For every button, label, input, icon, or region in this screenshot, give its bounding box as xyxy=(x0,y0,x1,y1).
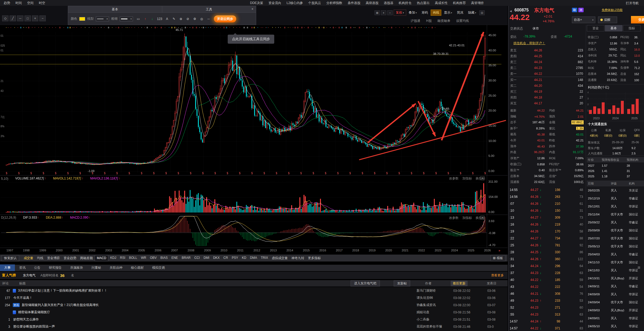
enter-stock-bar-button[interactable]: 进入东方电气吧 xyxy=(351,280,380,287)
eye-icon[interactable]: ◎ xyxy=(198,16,205,22)
menu-item[interactable]: 个股风云 xyxy=(306,1,324,5)
cloud-sync-button[interactable]: 开启云同步 xyxy=(214,15,236,22)
rating-row[interactable]: 24/09/11买入华鑫证 xyxy=(587,282,644,290)
indicator-tab[interactable]: OBV xyxy=(148,255,159,261)
indicator-tab[interactable]: CR xyxy=(222,255,230,261)
bottom-tab[interactable]: 研究报告 xyxy=(45,264,66,271)
brief-button[interactable]: 简况 xyxy=(455,10,466,16)
author-link[interactable]: 小二犇淼 xyxy=(417,317,453,322)
close-icon[interactable]: × xyxy=(480,216,484,220)
chips-button[interactable]: 筹码 xyxy=(419,10,430,16)
move-tool-icon[interactable]: ◇ xyxy=(2,15,9,21)
dash-icon[interactable]: ─ xyxy=(205,16,212,22)
indicator-tab[interactable]: MACD xyxy=(95,255,108,261)
open-navigation-button[interactable]: 打开导航 xyxy=(626,1,639,6)
market-link[interactable]: 沪股通 xyxy=(411,19,420,23)
indicator-tab[interactable]: 两融差额 xyxy=(78,255,95,261)
bottom-tab[interactable]: 核心题材 xyxy=(127,264,148,271)
post-title[interactable]: 那位要诊断股票的跟我说一声 xyxy=(13,324,417,329)
number-tool-icon[interactable]: 123 xyxy=(156,16,163,22)
close-icon[interactable]: × xyxy=(480,176,484,180)
bottom-tab[interactable]: 问董秘 xyxy=(87,264,105,271)
post-title[interactable]: 今天不追高！ xyxy=(13,296,417,300)
orderbook-row[interactable]: 卖四44.25414 xyxy=(508,53,586,59)
template-button[interactable]: ⊞模板 xyxy=(491,255,505,261)
toolbox-tab-tools[interactable]: 工具 xyxy=(162,6,256,13)
pane-control-link[interactable]: 加指标 xyxy=(462,216,472,220)
add-watchlist-button[interactable]: 自选+▾ xyxy=(572,17,595,23)
display-button[interactable]: 显示▾ xyxy=(442,10,454,16)
orderbook-row[interactable]: 买三44.1922 xyxy=(508,89,586,95)
adjust-price-button[interactable]: 复权▾ xyxy=(394,10,406,16)
trade-button[interactable]: 交易 xyxy=(631,16,644,23)
rating-row[interactable]: 25/07/20优于大市国信证 xyxy=(587,234,644,242)
menu-item[interactable]: 高级选股 xyxy=(363,1,381,5)
macd-chart[interactable] xyxy=(0,215,508,248)
overlay-button[interactable]: 叠加▾ xyxy=(407,10,419,16)
rating-row[interactable]: 24/10/31买入(Buy)开源证 xyxy=(587,274,644,282)
panel-tab[interactable]: 指标 xyxy=(623,25,641,31)
indicator-tab[interactable]: CCI xyxy=(192,255,202,261)
menu-item[interactable]: 资金流向 xyxy=(266,1,284,5)
sort-by-updated-button[interactable]: 最后更新 xyxy=(451,281,468,286)
pane-control-link[interactable]: 改参数 xyxy=(449,216,459,220)
rating-row[interactable]: 24/11/03买入华源证 xyxy=(587,266,644,274)
indicator-tab[interactable]: BRAR xyxy=(180,255,192,261)
l2-promo-link[interactable]: 免费体验L2功能 xyxy=(602,8,622,12)
toolbox-tab-basic[interactable]: 基本 xyxy=(68,6,162,13)
panel-tab[interactable]: 资金 xyxy=(587,25,604,31)
alert-button[interactable]: 提醒 xyxy=(598,17,617,23)
indicator-tab[interactable]: PSY xyxy=(230,255,240,261)
indicator-tab[interactable]: 成交量 xyxy=(22,255,35,261)
open-account-link[interactable]: 抓住机会，即刻开户！ xyxy=(513,41,545,46)
rating-row[interactable]: 25/09/22买入华鑫证 xyxy=(587,218,644,226)
indicator-tab[interactable]: 神奇九转 xyxy=(290,255,306,261)
indicator-tab[interactable]: 资金趋势 xyxy=(62,255,78,261)
indicator-tab[interactable]: TRIX xyxy=(259,255,270,261)
close-icon[interactable]: × xyxy=(250,7,255,11)
forum-row[interactable]: 精密箱体覆盖储能医疗 娟姐论盘 03-08 21:56 03-08 xyxy=(0,309,508,316)
orderbook-row[interactable]: 卖二44.232785 xyxy=(508,65,586,71)
author-link[interactable]: 新马门溪财经 xyxy=(417,288,453,293)
zoom-in-icon[interactable]: + xyxy=(381,10,386,15)
delete-icon[interactable]: ⊘ xyxy=(185,16,191,22)
indicator-tab[interactable]: ENE xyxy=(169,255,180,261)
forum-row[interactable]: 67 3月6日早盘计划 | 注意！下一阶段欧美的缺电将扩展到全球！！ 新马门溪财… xyxy=(0,287,508,294)
line-tool-icon[interactable]: ╱ xyxy=(10,15,16,21)
indicator-tab[interactable]: DKX xyxy=(211,255,222,261)
menu-item[interactable]: 机构推荐 xyxy=(450,1,468,5)
rating-row[interactable]: 25/12/01买入华源证 xyxy=(587,202,644,210)
bottom-tab[interactable]: 大事 xyxy=(0,264,15,271)
menu-item[interactable]: 高成长性 xyxy=(432,1,450,5)
volume-chart[interactable] xyxy=(0,176,508,215)
author-link[interactable]: 花花的世界你不懂 xyxy=(417,324,453,329)
indicator-tab[interactable]: DMA xyxy=(248,255,259,261)
forum-row[interactable]: 177 今天不追高！ 谭头论丑66 03-08 22:02 03-06 xyxy=(0,294,508,301)
arrow-up-icon[interactable]: ↑ xyxy=(142,16,148,22)
rating-row[interactable]: 24/05/10买入华源证 xyxy=(587,322,644,330)
grid-icon[interactable]: ⊞ xyxy=(638,266,640,269)
line-style-dropdown[interactable]: ▾ xyxy=(96,17,109,21)
menu-item[interactable]: 趋势 xyxy=(1,1,13,5)
time-sales-list[interactable]: 14:5544.27↓1984814:5644.26↓26373:0744.26… xyxy=(508,186,586,331)
ratings-list[interactable]: 26/02/25买入东吴证25/12/19买入华鑫证25/12/01买入华源证2… xyxy=(587,186,644,331)
rating-row[interactable]: 25/09/09优于大市国信证 xyxy=(587,226,644,234)
bottom-tab[interactable]: 资讯 xyxy=(15,264,30,271)
indicator-tab[interactable]: 均线 xyxy=(35,255,45,261)
rating-row[interactable]: 24/11/10优于大市国信证 xyxy=(587,258,644,266)
zoom-in-icon[interactable]: + xyxy=(32,15,38,21)
forum-row[interactable]: 1 妙想明天怎么操作 小二犇淼 03-08 21:51 03-08 xyxy=(0,316,508,323)
line-weight-dropdown[interactable]: ▾ xyxy=(120,17,133,21)
panel-tab[interactable]: 基本 xyxy=(605,25,622,31)
indicator-tab[interactable]: 资金博弈 xyxy=(45,255,62,261)
menu-item[interactable]: 时间 xyxy=(13,1,24,5)
pane-control-link[interactable]: 加指标 xyxy=(462,176,472,181)
indicator-tab[interactable]: BIAS xyxy=(159,255,169,261)
author-link[interactable]: 娟姐论盘 xyxy=(417,310,453,314)
hline-tool-icon[interactable]: ─ xyxy=(17,15,23,21)
bottom-tab[interactable]: 公告 xyxy=(30,264,45,271)
fullscreen-icon[interactable]: ⊡ xyxy=(479,10,485,15)
reset-indicators-button[interactable]: 恢复默认 xyxy=(2,255,19,261)
rating-row[interactable]: 24/09/09买入华源证 xyxy=(587,290,644,298)
rating-row[interactable]: 25/05/13优于大市国信证 xyxy=(587,242,644,250)
